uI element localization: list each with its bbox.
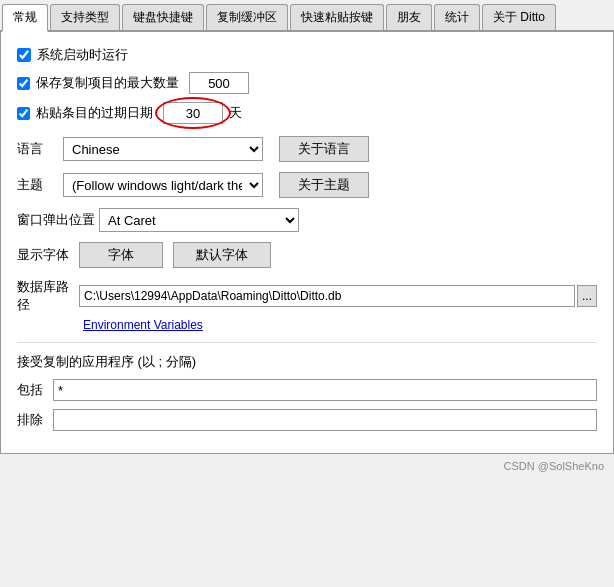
tab-bar: 常规 支持类型 键盘快捷键 复制缓冲区 快速粘贴按键 朋友 统计 关于 Ditt… <box>0 0 614 32</box>
tab-quick-paste[interactable]: 快速粘贴按键 <box>290 4 384 30</box>
expire-highlight <box>163 102 223 124</box>
font-button[interactable]: 字体 <box>79 242 163 268</box>
language-select[interactable]: Chinese <box>63 137 263 161</box>
tab-general[interactable]: 常规 <box>2 4 48 32</box>
theme-select[interactable]: (Follow windows light/dark themes) <box>63 173 263 197</box>
db-path-browse-button[interactable]: ... <box>577 285 597 307</box>
startup-label: 系统启动时运行 <box>37 46 128 64</box>
about-theme-button[interactable]: 关于主题 <box>279 172 369 198</box>
main-content: 系统启动时运行 保存复制项目的最大数量 粘贴条目的过期日期 天 语言 Chine… <box>0 32 614 454</box>
window-position-label: 窗口弹出位置 <box>17 211 99 229</box>
startup-row: 系统启动时运行 <box>17 46 597 64</box>
db-path-input[interactable] <box>79 285 575 307</box>
divider <box>17 342 597 343</box>
footer: CSDN @SolSheKno <box>0 454 614 476</box>
exclude-input[interactable] <box>53 409 597 431</box>
tab-copy-buffer[interactable]: 复制缓冲区 <box>206 4 288 30</box>
db-path-row: 数据库路径 ... <box>17 278 597 314</box>
expire-input[interactable] <box>163 102 223 124</box>
exclude-label: 排除 <box>17 411 53 429</box>
include-label: 包括 <box>17 381 53 399</box>
language-label: 语言 <box>17 140 63 158</box>
startup-checkbox[interactable] <box>17 48 31 62</box>
max-items-checkbox[interactable] <box>17 77 30 90</box>
language-row: 语言 Chinese 关于语言 <box>17 136 597 162</box>
window-position-row: 窗口弹出位置 At Caret <box>17 208 597 232</box>
font-label: 显示字体 <box>17 246 79 264</box>
env-variables-link[interactable]: Environment Variables <box>83 318 597 332</box>
exclude-row: 排除 <box>17 409 597 431</box>
expire-row: 粘贴条目的过期日期 天 <box>17 102 597 124</box>
tab-keyboard-shortcuts[interactable]: 键盘快捷键 <box>122 4 204 30</box>
font-row: 显示字体 字体 默认字体 <box>17 242 597 268</box>
include-row: 包括 <box>17 379 597 401</box>
max-items-row: 保存复制项目的最大数量 <box>17 72 597 94</box>
expire-unit: 天 <box>229 104 242 122</box>
theme-label: 主题 <box>17 176 63 194</box>
tab-stats[interactable]: 统计 <box>434 4 480 30</box>
include-input[interactable] <box>53 379 597 401</box>
tab-support-types[interactable]: 支持类型 <box>50 4 120 30</box>
max-items-label: 保存复制项目的最大数量 <box>36 74 179 92</box>
accepted-apps-label: 接受复制的应用程序 (以 ; 分隔) <box>17 353 597 371</box>
footer-text: CSDN @SolSheKno <box>504 460 604 472</box>
default-font-button[interactable]: 默认字体 <box>173 242 271 268</box>
max-items-input[interactable] <box>189 72 249 94</box>
db-path-label: 数据库路径 <box>17 278 79 314</box>
expire-label: 粘贴条目的过期日期 <box>36 104 153 122</box>
about-language-button[interactable]: 关于语言 <box>279 136 369 162</box>
tab-about[interactable]: 关于 Ditto <box>482 4 556 30</box>
tab-friends[interactable]: 朋友 <box>386 4 432 30</box>
theme-row: 主题 (Follow windows light/dark themes) 关于… <box>17 172 597 198</box>
window-position-select[interactable]: At Caret <box>99 208 299 232</box>
expire-checkbox[interactable] <box>17 107 30 120</box>
